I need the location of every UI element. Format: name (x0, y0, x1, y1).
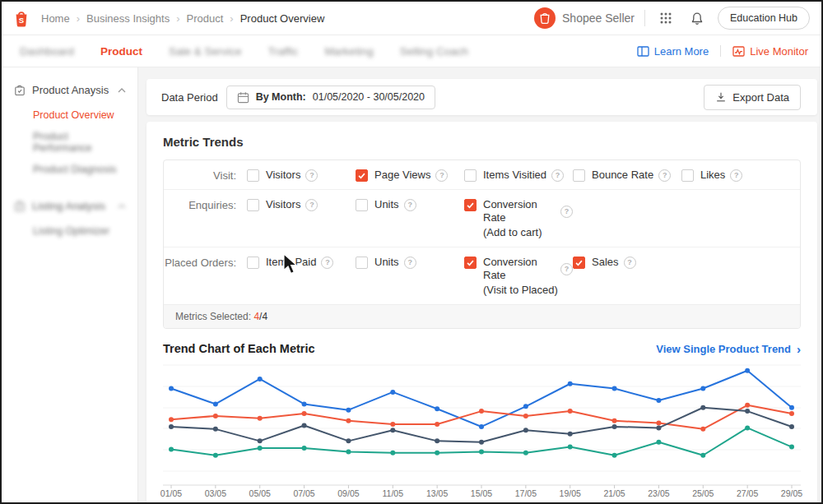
checkbox-items-visitied[interactable] (464, 169, 477, 182)
checkbox-units[interactable] (356, 257, 368, 269)
checkbox-page-views[interactable] (356, 169, 368, 182)
data-point-conversion-rate-add-to-cart[interactable] (390, 428, 395, 432)
data-point-page-views[interactable] (435, 406, 439, 411)
data-point-conversion-rate-add-to-cart[interactable] (568, 432, 573, 437)
account-menu[interactable]: Shopee Seller (534, 7, 635, 29)
data-point-conversion-rate-add-to-cart[interactable] (258, 438, 263, 443)
data-point-conversion-rate-visit-to-placed[interactable] (745, 425, 750, 430)
data-point-sales[interactable] (568, 409, 573, 414)
data-point-sales[interactable] (700, 427, 705, 432)
data-point-conversion-rate-visit-to-placed[interactable] (656, 440, 661, 445)
data-point-conversion-rate-add-to-cart[interactable] (302, 423, 307, 428)
education-hub-button[interactable]: Education Hub (718, 7, 810, 30)
checkbox-likes[interactable] (681, 169, 694, 182)
checkbox-items-paid[interactable] (247, 257, 259, 269)
date-range-picker[interactable]: By Month: 01/05/2020 - 30/05/2020 (226, 86, 435, 109)
checkbox-conversion-rate-visit-to-placed[interactable] (464, 257, 477, 269)
data-point-sales[interactable] (523, 414, 528, 418)
checkbox-visitors[interactable] (247, 169, 259, 182)
data-point-sales[interactable] (390, 422, 395, 427)
help-icon[interactable]: ? (305, 199, 318, 211)
data-point-page-views[interactable] (258, 377, 263, 381)
data-point-page-views[interactable] (302, 401, 307, 406)
help-icon[interactable]: ? (404, 199, 416, 211)
chevron-up-icon[interactable] (118, 88, 126, 93)
data-point-sales[interactable] (656, 421, 661, 426)
data-point-page-views[interactable] (346, 408, 351, 413)
sidebar-item-product-diagnosis[interactable]: Product Diagnosis (2, 159, 137, 180)
data-point-conversion-rate-visit-to-placed[interactable] (568, 445, 573, 450)
chevron-up-icon[interactable] (118, 204, 126, 209)
data-point-conversion-rate-add-to-cart[interactable] (789, 424, 794, 429)
data-point-page-views[interactable] (479, 424, 484, 429)
data-point-conversion-rate-add-to-cart[interactable] (523, 428, 528, 432)
data-point-sales[interactable] (169, 417, 174, 422)
data-point-sales[interactable] (302, 411, 307, 416)
data-point-page-views[interactable] (523, 404, 528, 409)
data-point-page-views[interactable] (789, 405, 794, 410)
data-point-page-views[interactable] (656, 398, 661, 403)
data-point-conversion-rate-visit-to-placed[interactable] (169, 447, 174, 452)
checkbox-sales[interactable] (573, 257, 585, 269)
data-point-conversion-rate-add-to-cart[interactable] (612, 424, 617, 429)
data-point-sales[interactable] (258, 416, 263, 421)
data-point-conversion-rate-add-to-cart[interactable] (745, 409, 750, 414)
data-point-sales[interactable] (213, 414, 218, 418)
data-point-conversion-rate-add-to-cart[interactable] (479, 440, 484, 445)
tab-sale-service[interactable]: Sale & Service (169, 45, 242, 58)
help-icon[interactable]: ? (624, 257, 636, 269)
data-point-conversion-rate-visit-to-placed[interactable] (390, 451, 395, 455)
data-point-sales[interactable] (479, 409, 484, 414)
data-point-conversion-rate-add-to-cart[interactable] (700, 405, 705, 410)
tab-dashboard[interactable]: Dashboard (20, 45, 74, 58)
data-point-conversion-rate-visit-to-placed[interactable] (213, 453, 218, 458)
checkbox-conversion-rate-add-to-cart[interactable] (464, 199, 477, 211)
data-point-sales[interactable] (346, 418, 351, 423)
help-icon[interactable]: ? (730, 169, 742, 182)
data-point-conversion-rate-visit-to-placed[interactable] (523, 451, 528, 455)
data-point-sales[interactable] (435, 422, 439, 427)
data-point-page-views[interactable] (745, 368, 750, 373)
data-point-page-views[interactable] (612, 386, 617, 391)
export-data-button[interactable]: Export Data (704, 85, 801, 110)
checkbox-units[interactable] (356, 199, 368, 211)
data-point-conversion-rate-visit-to-placed[interactable] (435, 451, 439, 455)
checkbox-bounce-rate[interactable] (573, 169, 585, 182)
data-point-sales[interactable] (789, 411, 794, 416)
data-point-page-views[interactable] (700, 386, 705, 391)
help-icon[interactable]: ? (560, 263, 573, 275)
tab-selling-coach[interactable]: Selling Coach (400, 45, 468, 58)
data-point-conversion-rate-visit-to-placed[interactable] (479, 449, 484, 454)
data-point-conversion-rate-visit-to-placed[interactable] (346, 449, 351, 454)
breadcrumb-product[interactable]: Product (187, 12, 224, 25)
notifications-bell-icon[interactable] (686, 7, 708, 29)
data-point-conversion-rate-visit-to-placed[interactable] (258, 446, 263, 451)
help-icon[interactable]: ? (305, 169, 318, 182)
tab-marketing[interactable]: Marketing (324, 45, 373, 58)
data-point-conversion-rate-add-to-cart[interactable] (169, 424, 174, 429)
data-point-page-views[interactable] (169, 386, 174, 391)
data-point-sales[interactable] (745, 403, 750, 408)
sidebar-group-header-listing-analysis[interactable]: Listing Analysis (2, 200, 137, 212)
data-point-conversion-rate-visit-to-placed[interactable] (700, 453, 705, 458)
learn-more-link[interactable]: Learn More (637, 45, 709, 58)
data-point-conversion-rate-add-to-cart[interactable] (346, 438, 351, 443)
data-point-conversion-rate-add-to-cart[interactable] (656, 425, 661, 430)
help-icon[interactable]: ? (560, 206, 573, 218)
help-icon[interactable]: ? (321, 257, 333, 269)
data-point-conversion-rate-visit-to-placed[interactable] (302, 446, 307, 451)
data-point-page-views[interactable] (390, 390, 395, 395)
data-point-conversion-rate-add-to-cart[interactable] (213, 427, 218, 432)
tab-product[interactable]: Product (100, 45, 142, 58)
view-single-product-trend-link[interactable]: View Single Product Trend › (656, 343, 801, 355)
help-icon[interactable]: ? (658, 169, 671, 182)
help-icon[interactable]: ? (551, 169, 564, 182)
help-icon[interactable]: ? (404, 257, 416, 269)
data-point-sales[interactable] (612, 418, 617, 423)
data-point-conversion-rate-visit-to-placed[interactable] (789, 445, 794, 450)
shopee-logo-icon[interactable]: S (13, 9, 30, 28)
data-point-conversion-rate-visit-to-placed[interactable] (612, 453, 617, 458)
checkbox-visitors[interactable] (247, 199, 259, 211)
sidebar-item-product-performance[interactable]: Product Performance (2, 126, 137, 159)
breadcrumb-home[interactable]: Home (41, 12, 70, 25)
